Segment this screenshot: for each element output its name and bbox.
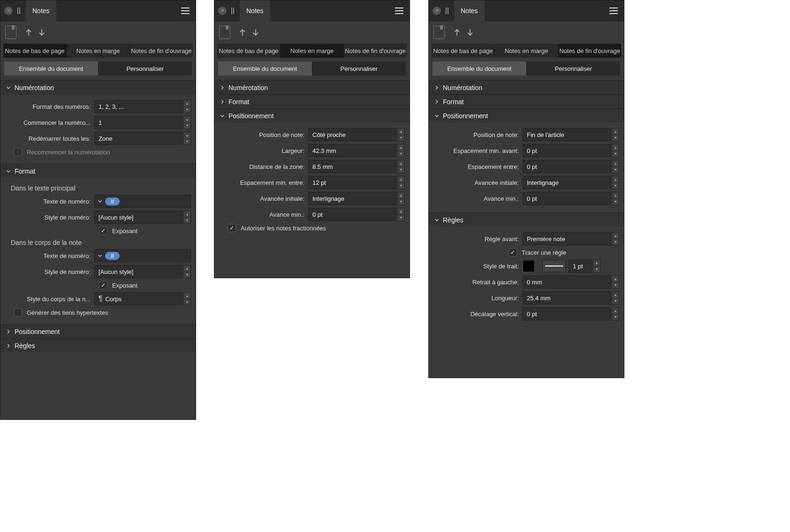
scope-whole-doc[interactable]: Ensemble du document — [4, 61, 99, 76]
grip-icon[interactable] — [15, 7, 22, 15]
checkbox-tracer[interactable] — [509, 248, 517, 257]
stepper-icon[interactable]: ▴▾ — [612, 232, 619, 245]
section-regles[interactable]: Règles — [0, 338, 196, 352]
scope-whole-doc[interactable]: Ensemble du document — [433, 61, 527, 76]
scope-custom[interactable]: Personnaliser — [312, 61, 406, 76]
stepper-icon[interactable]: ▴▾ — [612, 128, 619, 141]
select-style-numero-body[interactable]: [Aucun style] — [94, 265, 182, 278]
stepper-icon[interactable]: ▴▾ — [397, 176, 405, 189]
input-largeur[interactable]: 42.3 mm — [308, 144, 396, 157]
stepper-icon[interactable]: ▴▾ — [612, 275, 619, 289]
checkbox-recommencer[interactable] — [14, 148, 22, 156]
tab-margin-notes[interactable]: Notes en marge — [495, 44, 558, 58]
tab-endnotes[interactable]: Notes de fin d'ouvrage — [558, 44, 621, 58]
stepper-icon[interactable]: ▴▾ — [612, 144, 619, 157]
panel-tab[interactable]: Notes — [240, 0, 270, 21]
move-down-icon[interactable] — [465, 28, 475, 37]
close-icon[interactable]: ✕ — [218, 7, 227, 15]
checkbox-fractionnees[interactable] — [228, 224, 236, 232]
tab-endnotes[interactable]: Notes de fin d'ouvrage — [130, 44, 193, 58]
stepper-icon[interactable]: ▴▾ — [183, 211, 191, 224]
menu-icon[interactable] — [608, 5, 619, 16]
section-positionnement[interactable]: Positionnement — [214, 108, 410, 122]
stepper-icon[interactable]: ▴▾ — [397, 192, 405, 205]
section-format[interactable]: Format — [214, 94, 410, 108]
tab-margin-notes[interactable]: Notes en marge — [281, 44, 344, 58]
stepper-icon[interactable]: ▴▾ — [612, 192, 619, 205]
move-up-icon[interactable] — [238, 28, 247, 37]
tab-endnotes[interactable]: Notes de fin d'ouvrage — [344, 44, 407, 58]
move-down-icon[interactable] — [37, 28, 46, 37]
stepper-icon[interactable]: ▴▾ — [183, 292, 191, 305]
input-texte-numero-main[interactable]: # — [94, 195, 191, 208]
section-numerotation[interactable]: Numérotation — [0, 80, 196, 94]
input-longueur[interactable]: 25.4 mm — [523, 291, 611, 304]
menu-icon[interactable] — [394, 5, 405, 16]
grip-icon[interactable] — [229, 7, 236, 15]
color-swatch[interactable] — [523, 260, 535, 272]
section-positionnement[interactable]: Positionnement — [429, 108, 624, 122]
input-texte-numero-body[interactable]: # — [94, 249, 191, 262]
select-style-numero-main[interactable]: [Aucun style] — [94, 211, 182, 224]
stepper-icon[interactable]: ▴▾ — [397, 144, 405, 157]
select-regle-avant[interactable]: Première note — [523, 232, 611, 245]
checkbox-hyperliens[interactable] — [14, 308, 22, 317]
tab-margin-notes[interactable]: Notes en marge — [67, 44, 130, 58]
new-note-icon[interactable] — [433, 26, 445, 39]
section-numerotation[interactable]: Numérotation — [214, 80, 410, 94]
stepper-icon[interactable]: ▴▾ — [397, 160, 405, 173]
section-numerotation[interactable]: Numérotation — [429, 80, 624, 94]
checkbox-exposant-body[interactable] — [99, 281, 107, 289]
input-avance-min[interactable]: 0 pt — [308, 208, 396, 221]
select-format-numeros[interactable]: 1, 2, 3, ... — [94, 100, 182, 113]
move-up-icon[interactable] — [24, 28, 33, 37]
input-espacement[interactable]: 12 pt — [308, 176, 396, 189]
close-icon[interactable]: ✕ — [4, 7, 13, 15]
stepper-icon[interactable]: ▴▾ — [183, 100, 191, 113]
stepper-icon[interactable]: ▴▾ — [183, 116, 191, 129]
section-regles[interactable]: Règles — [429, 213, 624, 227]
stepper-icon[interactable]: ▴▾ — [612, 160, 619, 173]
input-distance[interactable]: 8.5 mm — [308, 160, 396, 173]
select-avancee[interactable]: Interlignage — [523, 176, 611, 189]
checkbox-exposant-main[interactable] — [99, 227, 107, 235]
new-note-icon[interactable] — [5, 26, 16, 39]
close-icon[interactable]: ✕ — [433, 7, 441, 15]
scope-custom[interactable]: Personnaliser — [99, 61, 192, 76]
input-esp-avant[interactable]: 0 pt — [523, 144, 611, 157]
panel-tab[interactable]: Notes — [454, 0, 485, 21]
select-avancee[interactable]: Interlignage — [308, 192, 396, 205]
stepper-icon[interactable]: ▴▾ — [397, 128, 405, 141]
input-stroke-weight[interactable]: 1 pt — [569, 259, 592, 273]
scope-custom[interactable]: Personnaliser — [527, 61, 621, 76]
input-avance-min[interactable]: 0 pt — [523, 192, 611, 205]
menu-icon[interactable] — [180, 5, 191, 16]
stroke-style-swatch[interactable] — [542, 260, 566, 272]
stepper-icon[interactable]: ▴▾ — [612, 176, 619, 189]
panel-tab[interactable]: Notes — [26, 0, 56, 21]
grip-icon[interactable] — [444, 7, 450, 15]
section-format[interactable]: Format — [429, 94, 624, 108]
input-esp-entre[interactable]: 0 pt — [523, 160, 611, 173]
stepper-icon[interactable]: ▴▾ — [593, 259, 600, 273]
new-note-icon[interactable] — [219, 26, 230, 39]
select-redemarrer[interactable]: Zone — [94, 132, 182, 145]
stepper-icon[interactable]: ▴▾ — [612, 307, 619, 320]
section-format[interactable]: Format — [0, 164, 196, 178]
stepper-icon[interactable]: ▴▾ — [183, 132, 191, 145]
select-position[interactable]: Côté proche — [308, 128, 396, 141]
input-start-number[interactable]: 1 — [94, 116, 182, 129]
input-decalage[interactable]: 0 pt — [523, 307, 611, 320]
move-down-icon[interactable] — [251, 28, 260, 37]
section-positionnement[interactable]: Positionnement — [0, 324, 196, 338]
move-up-icon[interactable] — [452, 28, 462, 37]
select-position[interactable]: Fin de l'article — [523, 128, 611, 141]
tab-footnotes[interactable]: Notes de bas de page — [432, 44, 495, 58]
input-retrait[interactable]: 0 mm — [523, 275, 611, 289]
tab-footnotes[interactable]: Notes de bas de page — [217, 44, 281, 58]
stepper-icon[interactable]: ▴▾ — [612, 291, 619, 304]
select-style-corps[interactable]: ¶Corps — [94, 292, 182, 305]
stepper-icon[interactable]: ▴▾ — [183, 265, 191, 278]
tab-footnotes[interactable]: Notes de bas de page — [3, 44, 67, 58]
scope-whole-doc[interactable]: Ensemble du document — [218, 61, 312, 76]
